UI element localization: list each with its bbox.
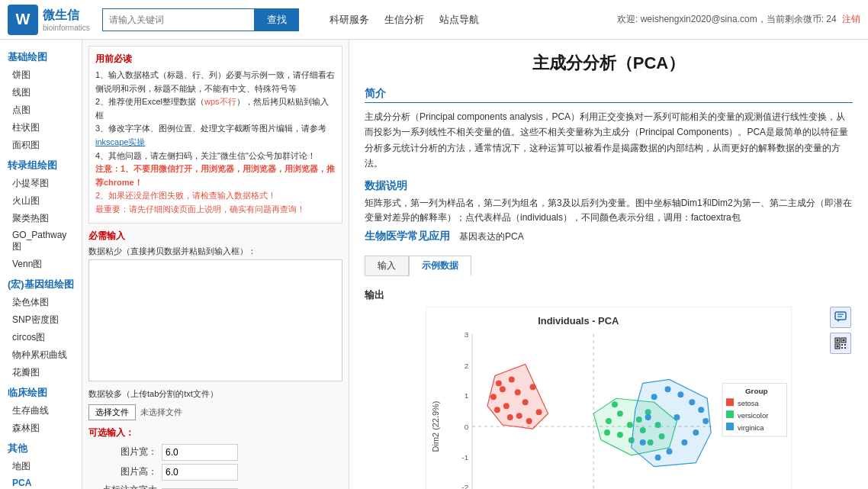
setosa-hull <box>487 364 548 428</box>
logout-link[interactable]: 注销 <box>842 14 860 24</box>
nav-sitemap[interactable]: 站点导航 <box>439 13 479 27</box>
versicolor-point <box>617 410 623 417</box>
svg-rect-64 <box>835 312 846 320</box>
search-button[interactable]: 查找 <box>255 8 299 31</box>
svg-rect-74 <box>841 344 843 346</box>
logo-area: W 微生信 bioinformatics <box>8 5 90 35</box>
chart-container: Individuals - PCA 3 2 1 0 -1 -2 -3 <box>365 307 853 489</box>
sidebar-item-survival[interactable]: 生存曲线 <box>0 402 82 420</box>
pca-title: 主成分分析（PCA） <box>365 52 853 75</box>
optional-title: 可选输入： <box>88 426 342 439</box>
sidebar-item-gopathway[interactable]: GO_Pathway图 <box>0 227 82 256</box>
bio-app-heading: 生物医学常见应用 <box>365 230 450 243</box>
help-note-1: 注意：1、不要用微信打开，用浏览器，用浏览器，用浏览器，推荐chrome！ <box>95 162 336 189</box>
opt-row-width: 图片宽： <box>88 444 342 461</box>
virginica-point <box>674 414 680 420</box>
sidebar-item-pie[interactable]: 饼图 <box>0 66 82 84</box>
sidebar-item-bar[interactable]: 柱状图 <box>0 119 82 137</box>
wps-warning: wps不行 <box>204 97 236 106</box>
qr-small-icon-btn[interactable] <box>830 333 851 354</box>
help-line-2: 2、推荐使用Excel整理数据（wps不行），然后拷贝粘贴到输入框 <box>95 95 336 122</box>
opt-label-height: 图片高： <box>88 465 157 478</box>
sidebar: 基础绘图 饼图 线图 点图 柱状图 面积图 转录组绘图 小提琴图 火山图 聚类热… <box>0 40 82 489</box>
setosa-point <box>516 413 522 419</box>
help-note-2: 2、如果还没是作图失败，请检查输入数据格式！ <box>95 189 336 203</box>
opt-input-height[interactable] <box>162 464 238 481</box>
help-section: 用前必读 1、输入数据格式（标题、行、列）必要与示例一致，请仔细看右侧说明和示例… <box>88 46 342 224</box>
svg-text:2: 2 <box>465 361 469 369</box>
setosa-point <box>515 389 521 395</box>
sidebar-item-violin[interactable]: 小提琴图 <box>0 175 82 192</box>
tab-input[interactable]: 输入 <box>365 256 409 276</box>
nav-research[interactable]: 科研服务 <box>330 13 369 27</box>
svg-text:Group: Group <box>745 387 768 395</box>
sidebar-section-genomics[interactable]: (宏)基因组绘图 <box>0 273 82 294</box>
optional-section: 可选输入： 图片宽： 图片高： 点标注文字大小： 点大小： 坐标轴文字大小： <box>88 426 342 489</box>
sidebar-item-karyotype[interactable]: 染色体图 <box>0 294 82 311</box>
nav-links: 科研服务 生信分析 站点导航 <box>330 13 479 27</box>
sidebar-item-dot[interactable]: 点图 <box>0 101 82 119</box>
inkscape-link[interactable]: inkscape实操 <box>95 137 145 146</box>
data-textarea[interactable] <box>88 259 342 381</box>
input-sublabel: 数据粘少（直接拷贝数据并粘贴到输入框）： <box>88 246 342 257</box>
qrcode-small-icon <box>834 337 847 349</box>
file-choose-button[interactable]: 选择文件 <box>88 404 136 420</box>
sidebar-item-line[interactable]: 线图 <box>0 84 82 101</box>
svg-rect-77 <box>844 347 846 349</box>
logo-text: 微生信 bioinformatics <box>43 8 90 32</box>
opt-input-width[interactable] <box>162 444 238 461</box>
svg-text:-2: -2 <box>461 483 468 489</box>
setosa-point <box>526 418 532 424</box>
welcome-text: 欢迎: weishengxin2020@sina.com，当前剩余微币: 24 <box>617 14 837 24</box>
sidebar-item-forest[interactable]: 森林图 <box>0 420 82 437</box>
file-input-row: 选择文件 未选择文件 <box>88 404 342 420</box>
required-input-section: 必需输入 数据粘少（直接拷贝数据并粘贴到输入框）： 数据较多（上传tab分割的t… <box>88 230 342 420</box>
setosa-point <box>500 386 506 392</box>
sidebar-item-snpdensity[interactable]: SNP密度图 <box>0 311 82 329</box>
setosa-point <box>507 414 513 420</box>
main-layout: 基础绘图 饼图 线图 点图 柱状图 面积图 转录组绘图 小提琴图 火山图 聚类热… <box>0 40 868 489</box>
setosa-point <box>503 403 510 409</box>
setosa-point <box>490 394 497 400</box>
output-label: 输出 <box>365 288 853 302</box>
sidebar-item-venn[interactable]: Venn图 <box>0 256 82 273</box>
chat-icon-btn[interactable] <box>830 307 851 328</box>
legend-setosa-label: setosa <box>738 399 760 407</box>
virginica-point <box>698 407 704 413</box>
sidebar-section-transcriptome[interactable]: 转录组绘图 <box>0 154 82 175</box>
sidebar-item-area[interactable]: 面积图 <box>0 137 82 154</box>
setosa-point <box>522 399 529 405</box>
sidebar-section-clinical[interactable]: 临床绘图 <box>0 381 82 402</box>
versicolor-point <box>606 418 612 424</box>
bio-app-text: 基因表达的PCA <box>459 230 524 243</box>
logo-sub-text: bioinformatics <box>43 24 90 32</box>
tabs-row: 输入 示例数据 <box>365 256 471 276</box>
legend-virginica-swatch <box>726 423 734 430</box>
svg-rect-75 <box>844 344 846 346</box>
sidebar-section-basic[interactable]: 基础绘图 <box>0 46 82 66</box>
sidebar-item-petal[interactable]: 花瓣图 <box>0 364 82 381</box>
help-note-3: 最重要：请先仔细阅读页面上说明，确实有问题再查询！ <box>95 203 336 217</box>
sidebar-item-circos[interactable]: circos图 <box>0 329 82 346</box>
sidebar-item-heatmap[interactable]: 聚类热图 <box>0 210 82 227</box>
nav-analysis[interactable]: 生信分析 <box>384 13 424 27</box>
pca-chart: Individuals - PCA 3 2 1 0 -1 -2 -3 <box>426 307 792 489</box>
versicolor-point <box>612 401 618 407</box>
sidebar-item-rarefaction[interactable]: 物种累积曲线 <box>0 346 82 364</box>
setosa-point <box>530 384 536 390</box>
file-note-text: 数据较多（上传tab分割的txt文件） <box>88 388 218 400</box>
legend-versicolor-swatch <box>726 410 734 418</box>
sidebar-item-map[interactable]: 地图 <box>0 458 82 475</box>
sidebar-item-volcano[interactable]: 火山图 <box>0 192 82 210</box>
help-line-3: 3、修改字字体、图例位置、处理文字截断等图片编辑，请参考inkscape实操 <box>95 122 336 149</box>
opt-row-height: 图片高： <box>88 464 342 481</box>
sidebar-section-other[interactable]: 其他 <box>0 437 82 458</box>
file-row: 数据较多（上传tab分割的txt文件） <box>88 388 342 400</box>
search-input[interactable] <box>102 8 255 31</box>
virginica-point <box>681 439 687 446</box>
tab-example[interactable]: 示例数据 <box>409 256 471 276</box>
virginica-point <box>651 394 657 400</box>
virginica-point <box>655 455 661 461</box>
setosa-point <box>494 407 500 413</box>
sidebar-item-pca[interactable]: PCA <box>0 475 82 489</box>
